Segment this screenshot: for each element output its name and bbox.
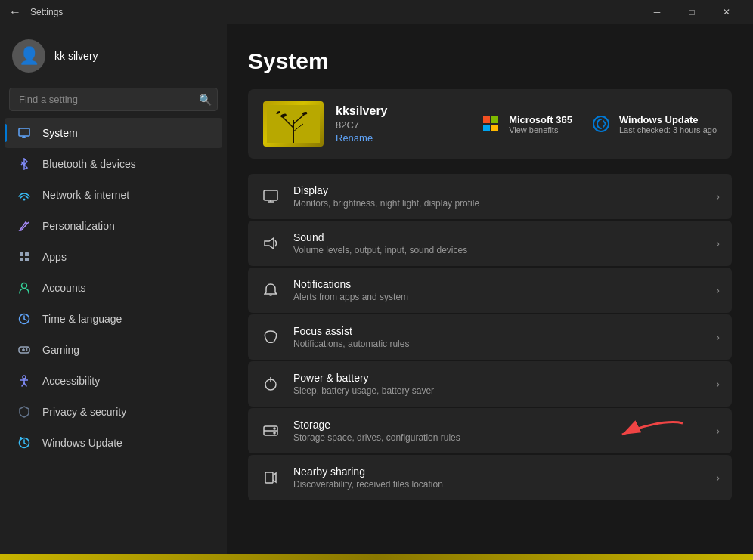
sidebar-item-gaming[interactable]: Gaming [5,335,222,365]
settings-title-sound: Sound [293,231,704,243]
svg-rect-9 [20,258,23,261]
sidebar-item-label: Accessibility [42,375,100,387]
svg-point-48 [274,428,275,429]
storage-icon [260,420,281,441]
shortcut-sub-winupdate: Last checked: 3 hours ago [619,125,717,135]
svg-point-49 [274,432,275,434]
shortcut-winupdate[interactable]: Windows Update Last checked: 3 hours ago [590,113,717,135]
settings-item-nearby[interactable]: Nearby sharing Discoverability, received… [248,455,732,500]
sidebar-item-label: Apps [42,251,67,263]
settings-item-notifications[interactable]: Notifications Alerts from apps and syste… [248,268,732,313]
svg-line-14 [24,319,26,320]
svg-rect-39 [264,190,277,200]
svg-point-11 [22,283,27,289]
chevron-right-icon: › [716,425,720,437]
user-profile[interactable]: 👤 kk silvery [0,24,227,85]
search-icon[interactable]: 🔍 [199,94,212,106]
sidebar-item-privacy[interactable]: Privacy & security [5,397,222,427]
network-icon [17,187,32,203]
svg-point-19 [26,350,28,351]
power-icon [260,373,281,394]
chevron-right-icon: › [716,472,720,484]
sidebar-item-label: Time & language [42,313,122,325]
search-input[interactable] [9,88,218,111]
svg-rect-7 [20,252,23,256]
apps-icon [17,249,32,265]
shortcut-m365[interactable]: Microsoft 365 View benefits [480,113,572,135]
display-icon [260,186,281,207]
main-layout: 👤 kk silvery 🔍 System Bluetooth & device… [0,24,753,554]
close-button[interactable]: ✕ [709,0,744,24]
accessibility-icon [17,373,32,388]
sidebar-item-accessibility[interactable]: Accessibility [5,366,222,396]
settings-title-notifications: Notifications [293,278,704,290]
content-area: System [227,24,753,554]
settings-item-storage[interactable]: Storage Storage space, drives, configura… [248,408,732,453]
chevron-right-icon: › [716,284,720,296]
svg-line-6 [27,222,29,224]
sidebar-item-label: Gaming [42,344,79,356]
settings-item-focus[interactable]: Focus assist Notifications, automatic ru… [248,314,732,360]
svg-rect-51 [265,472,273,483]
system-icon [17,125,32,141]
svg-line-24 [24,383,26,386]
settings-item-sound[interactable]: Sound Volume levels, output, input, soun… [248,221,732,266]
chevron-right-icon: › [716,237,720,249]
settings-item-display[interactable]: Display Monitors, brightness, night ligh… [248,174,732,219]
settings-title-focus: Focus assist [293,325,704,337]
sidebar-item-time[interactable]: Time & language [5,304,222,334]
system-thumbnail [263,101,324,147]
svg-rect-8 [25,252,29,256]
m365-icon [480,113,501,135]
settings-title-nearby: Nearby sharing [293,466,704,478]
chevron-right-icon: › [716,378,720,390]
sound-icon [260,233,281,254]
settings-item-power[interactable]: Power & battery Sleep, battery usage, ba… [248,361,732,407]
sidebar-item-update[interactable]: Windows Update [5,428,222,458]
sidebar-item-personalization[interactable]: Personalization [5,211,222,241]
minimize-button[interactable]: ─ [640,0,674,24]
svg-point-5 [23,199,26,201]
update-icon [17,435,32,450]
sidebar-item-label: Windows Update [42,437,122,449]
sidebar-item-label: Accounts [42,282,86,294]
gaming-icon [17,342,32,357]
settings-sub-power: Sleep, battery usage, battery saver [293,385,704,396]
back-icon[interactable]: ← [9,5,21,19]
sidebar-item-network[interactable]: Network & internet [5,180,222,210]
maximize-button[interactable]: □ [674,0,709,24]
chevron-right-icon: › [716,331,720,343]
title-bar-left: ← Settings [9,5,63,19]
title-bar-controls: ─ □ ✕ [640,0,744,24]
avatar: 👤 [12,39,45,73]
personalization-icon [17,218,32,234]
chevron-right-icon: › [716,190,720,203]
nearby-icon [260,467,281,488]
settings-sub-nearby: Discoverability, received files location [293,479,704,490]
sidebar-item-accounts[interactable]: Accounts [5,273,222,303]
svg-point-18 [26,348,28,350]
settings-sub-display: Monitors, brightness, night light, displ… [293,198,704,209]
title-bar-title: Settings [30,7,63,17]
sidebar-item-label: Network & internet [42,189,129,201]
rename-link[interactable]: Rename [336,132,468,144]
sidebar-item-system[interactable]: System [5,118,222,148]
svg-rect-10 [25,258,29,261]
settings-sub-focus: Notifications, automatic rules [293,339,704,349]
page-title: System [248,48,732,74]
sidebar-item-bluetooth[interactable]: Bluetooth & devices [5,149,222,179]
system-code: 82C7 [336,119,468,131]
winupdate-icon [590,113,612,135]
settings-sub-notifications: Alerts from apps and system [293,292,704,302]
notifications-icon [260,280,281,301]
svg-rect-36 [483,125,490,131]
sidebar-item-label: Personalization [42,220,115,232]
sidebar-item-apps[interactable]: Apps [5,242,222,272]
thumbnail-inner [263,101,324,147]
settings-title-display: Display [293,184,704,196]
svg-marker-42 [265,238,274,249]
search-box: 🔍 [9,88,218,111]
bottom-strip [0,554,753,560]
settings-title-power: Power & battery [293,372,704,384]
system-info: kksilvery 82C7 Rename [336,104,468,144]
